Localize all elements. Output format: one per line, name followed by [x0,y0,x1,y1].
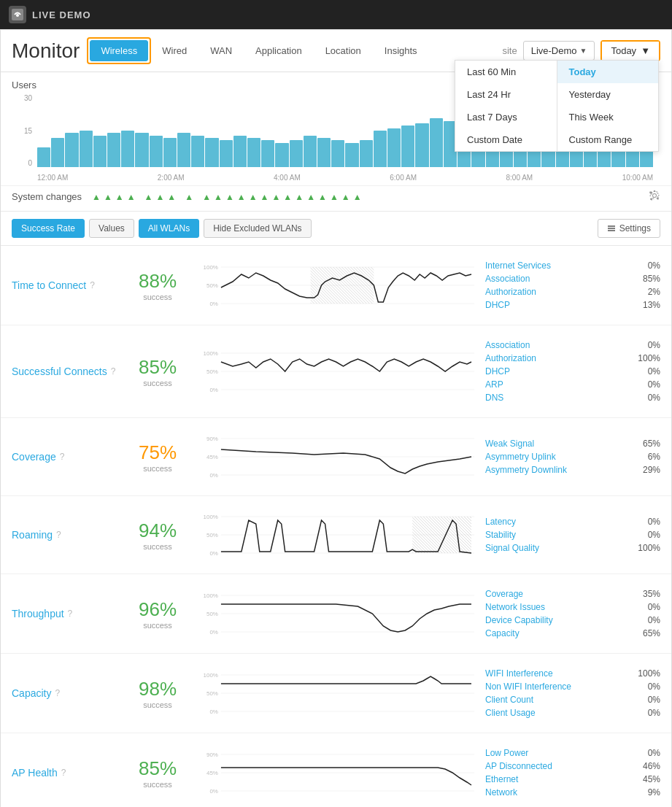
tab-wan[interactable]: WAN [199,40,243,61]
breakdown-item: DHCP13% [485,298,660,312]
breakdown-item: Coverage35% [485,587,660,601]
help-icon: ? [68,609,73,619]
breakdown-name[interactable]: WIFI Interference [485,668,553,679]
breakdown-name[interactable]: Asymmetry Downlink [485,465,567,475]
breakdown-item: AP Disconnected46% [485,760,660,773]
breakdown-name[interactable]: Device Capability [485,615,553,625]
site-dropdown[interactable]: Live-Demo ▼ [523,41,595,61]
breakdown-name[interactable]: Client Count [485,695,533,705]
help-icon: ? [55,688,60,698]
metric-name[interactable]: Time to Connect ? [12,279,128,291]
breakdown-name[interactable]: Network Issues [485,602,545,612]
metric-row: Capacity ?98%success100%50%0%WIFI Interf… [1,654,671,733]
breakdown-val: 0% [648,260,660,271]
filter-bar: Success Rate Values All WLANs Hide Exclu… [1,212,671,246]
breakdown-name[interactable]: Internet Services [485,260,551,271]
breakdown-val: 0% [648,681,660,692]
y-label-30: 30 [12,94,32,102]
breakdown-val: 0% [648,393,660,403]
dropdown-item-last60[interactable]: Last 60 Min [455,61,557,83]
breakdown-name[interactable]: Coverage [485,589,523,599]
tab-wired[interactable]: Wired [151,40,198,61]
breakdown-val: 65% [643,439,660,449]
dropdown-item-today[interactable]: Today [557,61,659,83]
tab-insights[interactable]: Insights [374,40,428,61]
breakdown-name[interactable]: Non WIFI Interference [485,681,571,692]
breakdown-name[interactable]: Association [485,340,530,350]
breakdown-name[interactable]: AP Disconnected [485,761,552,771]
dropdown-item-last24[interactable]: Last 24 Hr [455,83,557,106]
breakdown-name[interactable]: DNS [485,393,503,403]
metric-name-text: AP Health [12,767,58,779]
metric-row: AP Health ?85%success90%45%0%Low Power0%… [1,733,671,807]
breakdown-name[interactable]: Latency [485,517,516,527]
metric-name[interactable]: Throughput ? [12,608,128,619]
success-rate-button[interactable]: Success Rate [12,219,85,238]
chart-bar [275,143,288,167]
settings-gear-icon[interactable] [649,190,660,204]
chart-bar [65,133,78,167]
metric-chart: 100%50%0% [198,668,474,719]
metric-value: 96%success [128,598,187,630]
help-icon: ? [61,768,66,778]
metric-pct: 85% [128,356,187,379]
breakdown-val: 0% [648,366,660,377]
breakdown-name[interactable]: Client Usage [485,708,536,718]
metric-name[interactable]: AP Health ? [12,767,128,779]
dropdown-item-this-week[interactable]: This Week [557,106,659,128]
dropdown-item-custom-range[interactable]: Custom Range [557,128,659,151]
breakdown-val: 13% [643,300,660,310]
breakdown-name[interactable]: ARP [485,379,503,390]
metric-name[interactable]: Capacity ? [12,687,128,699]
breakdown-name[interactable]: Ethernet [485,774,518,784]
chevron-down-icon: ▼ [580,47,587,55]
breakdown-item: Stability0% [485,528,660,541]
metric-name[interactable]: Roaming ? [12,529,128,541]
all-wlans-button[interactable]: All WLANs [139,219,199,238]
triangle-icon: ▲ [144,192,153,202]
breakdown-name[interactable]: Authorization [485,287,536,297]
tab-wireless[interactable]: Wireless [90,40,148,61]
breakdown-name[interactable]: Asymmetry Uplink [485,452,556,462]
svg-text:100%: 100% [204,350,218,357]
breakdown-item: Network9% [485,786,660,799]
metric-row: Roaming ?94%success100%50%0%Latency0%Sta… [1,496,671,574]
metric-name[interactable]: Coverage ? [12,451,128,463]
help-icon: ? [60,452,65,462]
breakdown-item: WIFI Interference100% [485,667,660,680]
breakdown-val: 6% [648,452,660,462]
breakdown-name[interactable]: Signal Quality [485,543,539,553]
breakdown-name[interactable]: Weak Signal [485,439,534,449]
breakdown-name[interactable]: Authorization [485,353,536,363]
metric-name[interactable]: Successful Connects ? [12,366,128,377]
breakdown-name[interactable]: Capacity [485,628,520,638]
breakdown-name[interactable]: Low Power [485,748,528,758]
tab-application[interactable]: Application [244,40,313,61]
time-button[interactable]: Today ▼ [602,42,659,60]
hide-excluded-button[interactable]: Hide Excluded WLANs [204,219,311,238]
settings-button[interactable]: Settings [598,219,660,238]
dropdown-item-yesterday[interactable]: Yesterday [557,83,659,106]
breakdown-item: Non WIFI Interference0% [485,680,660,693]
chart-bar [80,131,93,167]
dropdown-item-last7[interactable]: Last 7 Days [455,106,557,128]
triangle-icon: ▲ [341,192,350,202]
metric-pct: 88% [128,270,187,293]
x-label-1: 12:00 AM [37,174,68,182]
breakdown-name[interactable]: DHCP [485,366,510,377]
metric-chart: 100%50%0% [198,346,474,397]
values-button[interactable]: Values [89,219,134,238]
breakdown-item: Authorization100% [485,352,660,365]
help-icon: ? [111,366,116,377]
metric-breakdowns: Low Power0%AP Disconnected46%Ethernet45%… [485,746,660,799]
x-label-2: 2:00 AM [158,174,185,182]
breakdown-name[interactable]: Stability [485,530,516,540]
dropdown-item-custom-date[interactable]: Custom Date [455,128,557,151]
triangle-icon: ▲ [318,192,327,202]
breakdown-name[interactable]: DHCP [485,300,510,310]
metric-breakdowns: Internet Services0%Association85%Authori… [485,259,660,312]
breakdown-name[interactable]: Association [485,274,530,284]
breakdown-name[interactable]: Network [485,787,517,798]
tab-location[interactable]: Location [314,40,372,61]
breakdown-item: DNS0% [485,391,660,404]
